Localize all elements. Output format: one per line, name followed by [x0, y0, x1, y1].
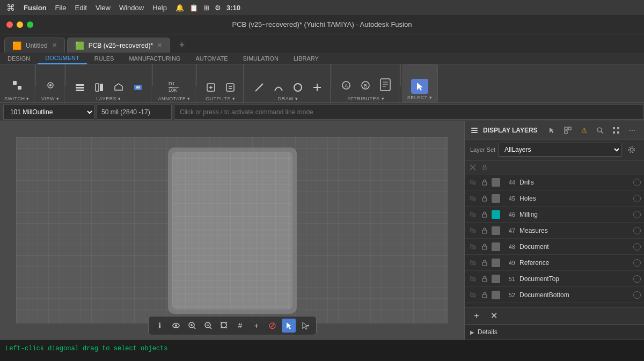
layer-lock-45[interactable]: [480, 194, 489, 203]
toolbar-tab-automate[interactable]: AUTOMATE: [188, 53, 235, 64]
toolbar-tab-manufacturing[interactable]: MANUFACTURING: [121, 53, 188, 64]
layer-eye-45[interactable]: [468, 194, 478, 203]
menu-file[interactable]: File: [55, 4, 67, 12]
view-button[interactable]: [42, 78, 59, 95]
dl-warning-icon[interactable]: ⚠: [577, 124, 590, 137]
draw-arc[interactable]: [270, 80, 287, 95]
grid-icon[interactable]: ⊞: [203, 4, 209, 12]
maximize-button[interactable]: [27, 21, 33, 28]
layer-eye-52[interactable]: [468, 290, 478, 300]
layer-lock-52[interactable]: [480, 290, 489, 300]
menu-window[interactable]: Window: [119, 4, 144, 12]
attr-btn-1[interactable]: A: [338, 78, 355, 93]
dl-search-icon[interactable]: [594, 124, 606, 137]
layer-eye-51[interactable]: [468, 274, 478, 284]
layer-lock-46[interactable]: [480, 210, 489, 219]
tab-close-pcb[interactable]: ✕: [157, 42, 162, 49]
layers-btn-1[interactable]: [71, 80, 89, 95]
layer-select[interactable]: 101 MillOutline1 Top16 Bottom20 Dimensio…: [3, 105, 94, 120]
draw-circle[interactable]: [289, 80, 306, 95]
layer-lock-51[interactable]: [480, 274, 489, 284]
draw-line[interactable]: [251, 80, 268, 95]
attr-btn-3[interactable]: [376, 76, 394, 95]
layer-row-46[interactable]: 46Milling: [465, 207, 644, 223]
switch-button[interactable]: [9, 78, 26, 95]
layer-row-48[interactable]: 48Document: [465, 239, 644, 255]
layer-radio-51[interactable]: [633, 275, 641, 283]
layer-row-49[interactable]: 49Reference: [465, 255, 644, 271]
layer-lock-44[interactable]: [480, 178, 489, 187]
layer-row-100[interactable]: 100RawPCB: [465, 303, 644, 307]
command-input[interactable]: [174, 105, 644, 120]
delete-layer-button[interactable]: ✕: [487, 310, 500, 322]
minimize-button[interactable]: [17, 21, 23, 28]
attr-btn-2[interactable]: B: [357, 78, 374, 93]
apple-menu[interactable]: ⌘: [6, 3, 15, 13]
layer-eye-46[interactable]: [468, 210, 478, 219]
tab-close-untitled[interactable]: ✕: [52, 42, 57, 49]
output-btn-2[interactable]: [222, 80, 239, 95]
dl-more-icon[interactable]: ⋯: [626, 124, 639, 137]
canvas-zoom-in-button[interactable]: [185, 319, 199, 333]
toolbar-tab-design[interactable]: DESIGN: [0, 53, 38, 64]
layer-eye-47[interactable]: [468, 226, 478, 235]
layers-btn-4[interactable]: [129, 80, 147, 95]
toolbar-tab-rules[interactable]: RULES: [87, 53, 122, 64]
settings-icon[interactable]: ⚙: [215, 4, 221, 12]
canvas-plus-button[interactable]: +: [250, 319, 264, 333]
menu-edit[interactable]: Edit: [75, 4, 87, 12]
dl-cursor-icon[interactable]: [545, 124, 558, 137]
menu-view[interactable]: View: [96, 4, 111, 12]
tab-pcb[interactable]: 🟩 PCB (v25~recovered)* ✕: [67, 38, 170, 53]
layer-row-47[interactable]: 47Measures: [465, 223, 644, 239]
notification-icon[interactable]: 🔔: [175, 4, 184, 12]
layer-radio-52[interactable]: [633, 291, 641, 299]
app-name[interactable]: Fusion: [24, 4, 47, 12]
layer-radio-44[interactable]: [633, 179, 641, 186]
canvas-stop-button[interactable]: ⊘: [266, 319, 280, 333]
layer-eye-49[interactable]: [468, 258, 478, 268]
toolbar-tab-document[interactable]: DOCUMENT: [38, 53, 87, 64]
canvas-zoom-fit-button[interactable]: [217, 319, 231, 333]
canvas-eye-button[interactable]: [169, 319, 183, 333]
layer-set-gear[interactable]: [625, 143, 639, 157]
new-tab-button[interactable]: +: [174, 38, 189, 53]
layer-set-select[interactable]: AllLayersCustom: [499, 143, 621, 157]
layer-radio-45[interactable]: [633, 195, 641, 202]
layer-radio-46[interactable]: [633, 211, 641, 218]
layer-radio-49[interactable]: [633, 259, 641, 267]
layers-btn-3[interactable]: [110, 80, 127, 95]
layer-lock-48[interactable]: [480, 242, 489, 252]
dl-select-icon[interactable]: [561, 124, 574, 137]
toolbar-tab-simulation[interactable]: SIMULATION: [236, 53, 286, 64]
layer-eye-44[interactable]: [468, 178, 478, 187]
canvas-arrow-button[interactable]: [298, 319, 312, 333]
layer-radio-47[interactable]: [633, 227, 641, 234]
canvas-grid-button[interactable]: #: [233, 319, 247, 333]
clipboard-icon[interactable]: 📋: [189, 4, 198, 12]
layer-lock-47[interactable]: [480, 226, 489, 235]
menu-help[interactable]: Help: [152, 4, 167, 12]
toolbar-tab-library[interactable]: LIBRARY: [286, 53, 326, 64]
layer-row-51[interactable]: 51DocumentTop: [465, 271, 644, 287]
tab-untitled[interactable]: 🟧 Untitled ✕: [4, 38, 65, 53]
output-btn-1[interactable]: [202, 80, 219, 95]
draw-rect[interactable]: [309, 80, 326, 95]
canvas[interactable]: ℹ # + ⊘: [0, 121, 464, 340]
layers-btn-2[interactable]: [91, 80, 108, 95]
layer-row-52[interactable]: 52DocumentBottom: [465, 287, 644, 303]
dl-grid-icon[interactable]: [610, 124, 623, 137]
details-header[interactable]: ▶ Details: [465, 325, 644, 340]
select-cursor[interactable]: [411, 79, 428, 94]
canvas-info-button[interactable]: ℹ: [153, 319, 167, 333]
layer-row-44[interactable]: 44Drills: [465, 174, 644, 190]
d1-button[interactable]: D1 10K: [164, 76, 185, 95]
close-button[interactable]: [6, 21, 13, 28]
add-layer-button[interactable]: +: [470, 310, 483, 322]
layer-row-45[interactable]: 45Holes: [465, 190, 644, 207]
canvas-zoom-out-button[interactable]: [201, 319, 215, 333]
layer-lock-49[interactable]: [480, 258, 489, 268]
layer-eye-48[interactable]: [468, 242, 478, 252]
canvas-cursor-button[interactable]: [282, 319, 296, 333]
layer-radio-48[interactable]: [633, 243, 641, 251]
